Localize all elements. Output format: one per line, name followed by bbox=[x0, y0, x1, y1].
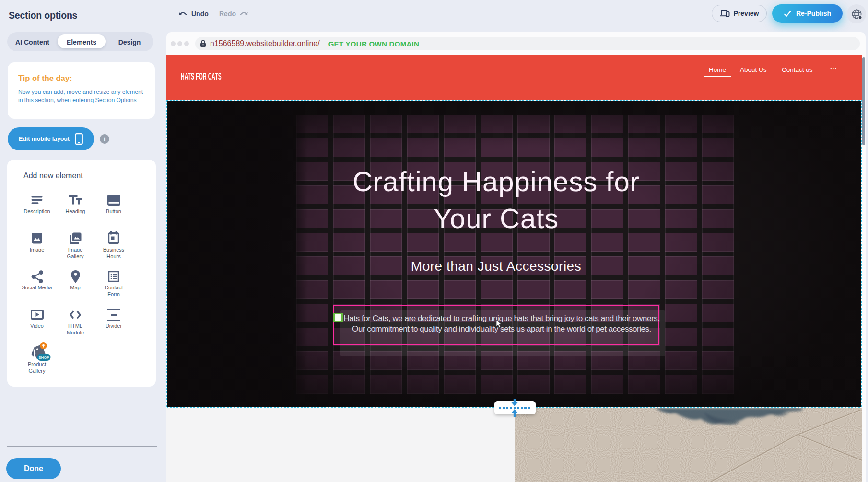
svg-text:SHOP: SHOP bbox=[38, 356, 49, 360]
